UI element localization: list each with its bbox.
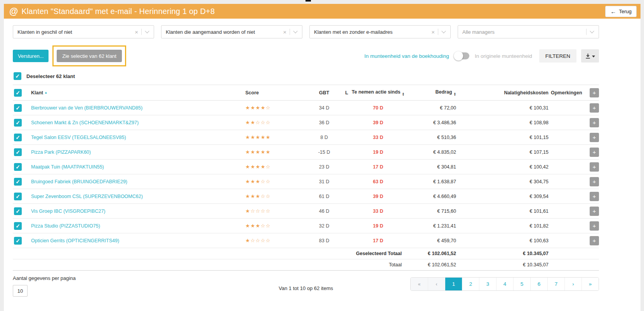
customer-link[interactable]: Bierbrouwer van de Ven (BIERBROUWERVAND8… xyxy=(31,105,245,111)
customer-link[interactable]: Bruingoed Fabriek (BRUINGOEDFABRIE29) xyxy=(31,179,245,184)
pagination-item[interactable]: 1 xyxy=(445,278,462,290)
row-add-button[interactable]: + xyxy=(590,162,599,172)
row-add-button[interactable]: + xyxy=(590,236,599,245)
pagination-item[interactable]: 3 xyxy=(479,278,496,290)
table-row: ✓ Bruingoed Fabriek (BRUINGOEDFABRIE29) … xyxy=(13,174,599,189)
fee-value: € 309,54 xyxy=(529,194,549,199)
row-checkbox[interactable]: ✓ xyxy=(14,134,22,141)
back-button-label: Terug xyxy=(619,9,632,14)
customer-link[interactable]: Maatpak Tuin (MAATPAKTUIN55) xyxy=(31,164,245,170)
customer-link[interactable]: Schoenen Markt & Zn (SCHOENENMARKT&Z97) xyxy=(31,120,245,125)
filter-managers-select[interactable]: Alle managers xyxy=(458,25,599,38)
row-checkbox[interactable]: ✓ xyxy=(14,178,22,186)
amount-value: € 510,36 xyxy=(437,135,456,140)
row-add-button[interactable]: + xyxy=(590,103,599,113)
selected-total-fee: € 10.345,07 xyxy=(456,251,549,256)
fee-value: € 100,63 xyxy=(529,238,549,243)
row-add-button[interactable]: + xyxy=(590,148,599,157)
filter-reminder-select[interactable]: Klanten die aangemaand worden of niet × xyxy=(161,25,302,38)
toolbar-right: In munteenheid van de boekhouding In ori… xyxy=(364,49,599,63)
pagination-item[interactable]: 5 xyxy=(513,278,530,290)
pagination-item[interactable]: 7 xyxy=(547,278,564,290)
add-column-button[interactable]: + xyxy=(590,88,599,97)
divider xyxy=(141,29,142,35)
row-checkbox[interactable]: ✓ xyxy=(14,193,22,200)
gbt-value: 83 D xyxy=(319,238,329,243)
fee-value: € 100,42 xyxy=(529,164,549,170)
chevron-down-icon[interactable] xyxy=(145,29,149,33)
app-page: @ Klanten "Standaard" met e-mail - Herin… xyxy=(4,4,641,311)
filter-dispute-select[interactable]: Klanten in geschil of niet × xyxy=(13,25,154,38)
action-since-value: 63 D xyxy=(373,179,383,184)
pagination: «‹1234567›» xyxy=(410,277,599,291)
fee-value: € 304,75 xyxy=(529,179,549,184)
customer-link[interactable]: Opticien Gerrits (OPTICIENGERRITS49) xyxy=(31,238,245,243)
action-since-value: 33 D xyxy=(373,208,383,214)
table-row: ✓ Opticien Gerrits (OPTICIENGERRITS49) ★… xyxy=(13,233,599,248)
chevron-down-icon[interactable] xyxy=(441,29,446,33)
table-row: ✓ Maatpak Tuin (MAATPAKTUIN55) ★★★★☆ 23 … xyxy=(13,160,599,174)
header-checkbox[interactable]: ✓ xyxy=(14,89,22,97)
clear-icon[interactable]: × xyxy=(281,29,290,35)
col-header-amount[interactable]: Bedrag▲▼ xyxy=(435,89,456,96)
pagination-item[interactable]: » xyxy=(582,278,599,290)
customer-link[interactable]: Tegel Salon EESV (TEGELSALONEESV85) xyxy=(31,135,245,140)
see-selection-button[interactable]: Zie selectie van 62 klant xyxy=(57,50,122,62)
clear-icon[interactable]: × xyxy=(133,29,141,35)
customer-link[interactable]: Pizza Park (PIZZAPARK60) xyxy=(31,149,245,155)
divider xyxy=(438,29,438,35)
pagination-item[interactable]: › xyxy=(564,278,582,290)
currency-toggle[interactable] xyxy=(455,52,469,59)
table-body: ✓ Bierbrouwer van de Ven (BIERBROUWERVAN… xyxy=(13,101,599,248)
col-header-action[interactable]: Te nemen actie sinds▲▼ xyxy=(352,89,404,96)
gbt-value: 46 D xyxy=(319,208,329,214)
fee-value: € 100,31 xyxy=(529,105,549,111)
row-checkbox[interactable]: ✓ xyxy=(14,104,22,112)
fee-value: € 101,61 xyxy=(529,208,549,214)
total-label: Totaal xyxy=(389,262,402,268)
customer-link[interactable]: Vis Groep IBC (VISGROEPIBC27) xyxy=(31,208,245,214)
score-stars: ★★★☆☆ xyxy=(245,179,309,184)
chevron-down-icon[interactable] xyxy=(293,29,297,33)
email-at-icon: @ xyxy=(9,7,18,16)
table-row: ✓ Pizza Studio (PIZZASTUDIO75) ★★★☆☆ 32 … xyxy=(13,219,599,233)
pagination-item[interactable]: ‹ xyxy=(428,278,445,290)
row-checkbox[interactable]: ✓ xyxy=(14,148,22,156)
table-header: ✓ Klant▲ Score GBT L Te nemen actie sind… xyxy=(13,85,599,101)
customer-link[interactable]: Pizza Studio (PIZZASTUDIO75) xyxy=(31,223,245,229)
customer-link[interactable]: Super Zevenboom CSL (SUPERZEVENBOOMC62) xyxy=(31,194,245,199)
col-header-fee: Nalatigheidskosten xyxy=(504,90,549,96)
filter-email-select[interactable]: Klanten met en zonder e-mailadres × xyxy=(309,25,451,38)
select-all-row: ✓ Deselecteer 62 klant xyxy=(14,72,599,80)
row-checkbox[interactable]: ✓ xyxy=(14,163,22,171)
row-checkbox[interactable]: ✓ xyxy=(14,222,22,230)
pagination-item[interactable]: 4 xyxy=(496,278,513,290)
row-checkbox[interactable]: ✓ xyxy=(14,207,22,215)
row-checkbox[interactable]: ✓ xyxy=(14,237,22,245)
table-row: ✓ Bierbrouwer van de Ven (BIERBROUWERVAN… xyxy=(13,101,599,115)
row-add-button[interactable]: + xyxy=(590,118,599,127)
filter-value: Klanten die aangemaand worden of niet xyxy=(166,29,281,35)
row-add-button[interactable]: + xyxy=(590,177,599,186)
pagination-item[interactable]: 6 xyxy=(530,278,547,290)
row-add-button[interactable]: + xyxy=(590,207,599,216)
chevron-down-icon[interactable] xyxy=(590,29,594,33)
pagination-item[interactable]: « xyxy=(411,278,428,290)
row-add-button[interactable]: + xyxy=(590,133,599,142)
col-header-remarks: Opmerkingen xyxy=(549,90,582,96)
amount-value: € 1.231,41 xyxy=(433,223,456,229)
send-button[interactable]: Versturen... xyxy=(13,50,49,62)
download-button[interactable] xyxy=(581,49,599,63)
row-add-button[interactable]: + xyxy=(590,221,599,231)
row-add-button[interactable]: + xyxy=(590,192,599,201)
amount-value: € 459,70 xyxy=(437,238,456,243)
currency-accounting-label[interactable]: In munteenheid van de boekhouding xyxy=(364,53,449,59)
row-checkbox[interactable]: ✓ xyxy=(14,119,22,127)
clear-icon[interactable]: × xyxy=(430,29,438,35)
filter-button[interactable]: FILTEREN xyxy=(539,49,576,63)
back-button[interactable]: ← Terug xyxy=(605,6,637,17)
pagination-item[interactable]: 2 xyxy=(462,278,479,290)
toolbar: Versturen... Zie selectie van 62 klant I… xyxy=(13,45,599,67)
select-all-checkbox[interactable]: ✓ xyxy=(14,72,21,80)
col-header-klant[interactable]: Klant▲ xyxy=(31,90,47,96)
